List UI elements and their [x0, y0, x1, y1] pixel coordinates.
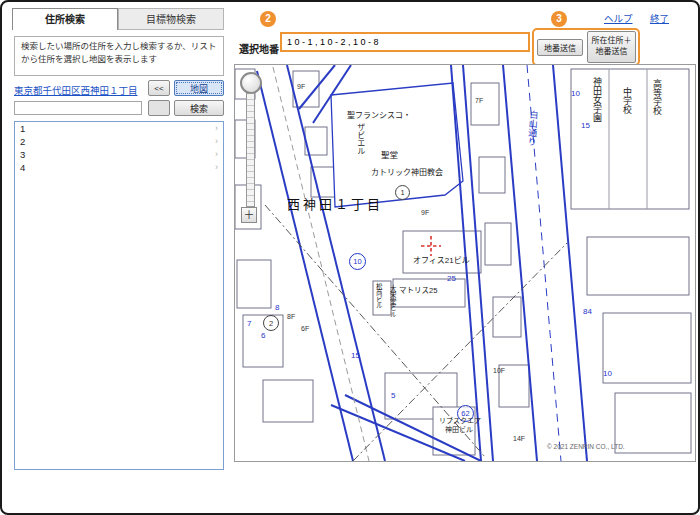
- parcel-number: 5: [391, 391, 395, 400]
- office21-building-label: オフィス21ビル: [413, 257, 470, 266]
- floor-label: 7F: [475, 97, 483, 104]
- district-name-label: 西神田１丁目: [287, 198, 383, 212]
- chevron-right-icon: ›: [215, 161, 218, 174]
- send-both-line2: 地番送信: [596, 47, 628, 56]
- show-map-button[interactable]: 地図: [174, 80, 224, 96]
- zoom-in-button[interactable]: ＋: [241, 207, 257, 223]
- list-item-label: 1: [20, 122, 25, 135]
- callout-badge-3: 3: [551, 11, 567, 27]
- list-item[interactable]: 1›: [15, 122, 223, 135]
- collapse-panel-button[interactable]: <<: [148, 80, 170, 96]
- selected-chiban-label: 選択地番: [239, 41, 279, 56]
- parcel-number: 10: [571, 89, 580, 98]
- chevron-right-icon: ›: [215, 122, 218, 135]
- list-item-label: 2: [20, 135, 25, 148]
- floor-label: 6F: [301, 325, 309, 332]
- search-button[interactable]: 検索: [174, 100, 224, 116]
- list-item[interactable]: 4›: [15, 161, 223, 174]
- zoom-slider-track[interactable]: [246, 93, 255, 207]
- instruction-text: 検索したい場所の住所を入力し検索するか、リストから住所を選択し地図を表示します: [14, 36, 224, 76]
- parcel-number: 15: [581, 121, 590, 130]
- floor-label: 9F: [421, 209, 429, 216]
- clear-button[interactable]: [148, 100, 170, 116]
- send-chiban-button[interactable]: 地番送信: [537, 39, 583, 56]
- help-link[interactable]: ヘルプ: [604, 11, 633, 25]
- libsquare-building-label-2: 神田ビル: [445, 426, 473, 434]
- callout-badge-2: 2: [260, 11, 276, 27]
- libsquare-building-label-1: リブスクエア: [439, 417, 481, 425]
- chevron-right-icon: ›: [215, 148, 218, 161]
- parcel-number: 10: [603, 369, 612, 378]
- parcel-number: 6: [261, 331, 265, 340]
- matrix25-building-label: マトリス25: [399, 287, 437, 295]
- church-hall-label-1: 聖フランシスコ・: [347, 112, 411, 121]
- address-search-window: 住所検索目標物検索 検索したい場所の住所を入力し検索するか、リストから住所を選択…: [0, 0, 700, 515]
- list-item-label: 4: [20, 161, 25, 174]
- parcel-number: 7: [247, 319, 251, 328]
- school-name-label-2: 中学校: [621, 87, 631, 147]
- selected-chiban-input[interactable]: [280, 32, 530, 52]
- address-result-list: 1› 2› 3› 4›: [14, 121, 224, 470]
- circled-number-2: 2: [263, 315, 279, 331]
- church-name-label: カトリック神田教会: [371, 169, 443, 178]
- daiei-building-label: 大栄堂ビル: [389, 285, 396, 319]
- search-tabs: 住所検索目標物検索: [12, 8, 224, 30]
- parcel-number: 25: [447, 274, 456, 283]
- floor-label: 8F: [287, 313, 295, 320]
- church-hall-label-3: 聖堂: [381, 151, 398, 160]
- map-canvas[interactable]: ＋ 西神田１丁目 聖フランシスコ・ ザビエル 聖堂 カトリック神田教会 1 2 …: [234, 64, 696, 462]
- tab-address-search[interactable]: 住所検索: [12, 8, 118, 30]
- circled-number-1: 1: [395, 185, 410, 200]
- church-hall-label-2: ザビエル: [355, 123, 364, 165]
- list-item-label: 3: [20, 148, 25, 161]
- chevron-right-icon: ›: [215, 135, 218, 148]
- list-item[interactable]: 3›: [15, 148, 223, 161]
- zoom-slider-handle[interactable]: [240, 72, 262, 94]
- floor-label: 10F: [493, 367, 505, 374]
- circled-number-10: 10: [349, 253, 366, 270]
- selected-address-link[interactable]: 東京都千代田区西神田１丁目: [14, 83, 138, 97]
- send-address-and-chiban-button[interactable]: 所在住所＋地番送信: [587, 31, 636, 63]
- map-copyright: © 2021 ZENRIN CO., LTD.: [547, 443, 625, 450]
- school-name-label-3: 高等学校: [651, 79, 661, 149]
- send-both-line1: 所在住所＋: [592, 36, 632, 45]
- floor-label: 14F: [513, 435, 525, 442]
- parcel-number: 8: [275, 303, 279, 312]
- address-search-input[interactable]: [14, 101, 142, 115]
- matsusho-building-label: 松商ビル: [375, 283, 382, 315]
- exit-link[interactable]: 終了: [650, 11, 669, 25]
- parcel-number: 84: [583, 307, 592, 316]
- tab-landmark-search[interactable]: 目標物検索: [118, 8, 224, 30]
- floor-label: 9F: [297, 83, 305, 90]
- list-item[interactable]: 2›: [15, 135, 223, 148]
- school-name-label-1: 神田女学園: [591, 77, 601, 157]
- parcel-number: 15: [351, 351, 360, 360]
